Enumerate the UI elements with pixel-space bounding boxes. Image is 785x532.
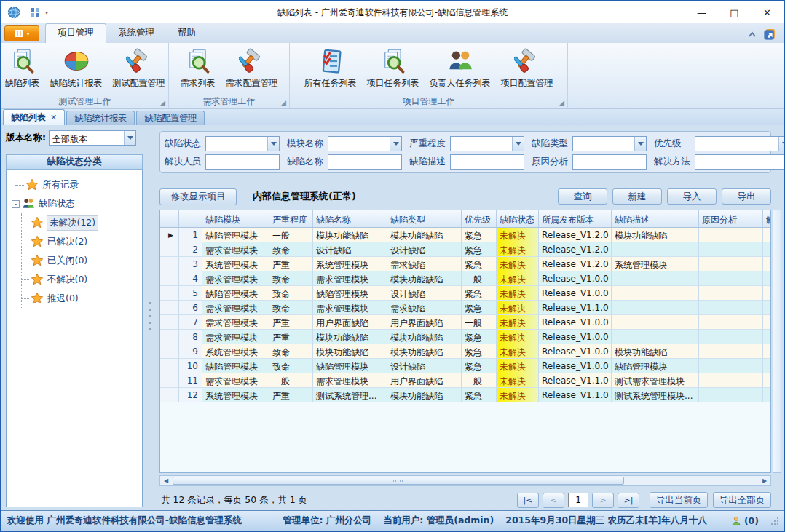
quick-access-caret-icon[interactable]: ▾: [45, 9, 48, 16]
table-row[interactable]: 6 需求管理模块 致命 需求管理模块 需求缺陷 紧急 未解决 Release_V…: [160, 301, 770, 315]
all-tasks-button[interactable]: 所有任务列表: [299, 46, 362, 92]
module-name-filter[interactable]: [328, 136, 402, 151]
column-header[interactable]: 缺陷状态: [497, 210, 539, 227]
version-select[interactable]: 全部版本: [49, 130, 136, 146]
last-page-button[interactable]: >|: [618, 493, 639, 508]
chevron-down-icon[interactable]: [778, 137, 785, 151]
tab-help[interactable]: 帮助: [166, 24, 208, 43]
cell-description: 系统管理模块: [612, 257, 699, 271]
table-row[interactable]: 11 需求管理模块 一般 需求管理模块 用户界面缺陷 一般 未解决 Releas…: [160, 373, 770, 388]
table-row[interactable]: 12 系统管理模块 严重 测试系统管理... 模块功能缺陷 紧急 未解决 Rel…: [160, 388, 770, 402]
defect-list-button[interactable]: 缺陷列表: [0, 46, 45, 92]
horizontal-scrollbar[interactable]: ◀ ▶: [159, 475, 771, 486]
tree-item-resolved[interactable]: 已解决(2): [22, 232, 141, 251]
defect-desc-filter-input[interactable]: [450, 154, 524, 170]
app-logo-globe-icon: [7, 6, 20, 19]
tree-item-postponed[interactable]: 推迟(0): [22, 289, 141, 308]
doc-tab-defect-list[interactable]: 缺陷列表 ✕: [3, 109, 65, 125]
doc-tab-defect-stats[interactable]: 缺陷统计报表: [66, 111, 135, 125]
column-header[interactable]: 缺陷名称: [313, 210, 387, 227]
scroll-left-icon[interactable]: ◀: [160, 476, 172, 485]
page-number-input[interactable]: [568, 493, 588, 507]
prev-page-button[interactable]: <: [543, 493, 564, 508]
cause-analysis-filter-input[interactable]: [572, 154, 647, 170]
tree-collapse-icon[interactable]: -: [12, 200, 20, 208]
style-switch-icon[interactable]: [764, 28, 776, 40]
chevron-down-icon[interactable]: [512, 137, 524, 151]
column-header[interactable]: 严重程度: [269, 210, 313, 227]
collapse-ribbon-chevron-icon[interactable]: [748, 31, 757, 37]
tree-item-unresolved[interactable]: 未解决(12): [22, 213, 141, 232]
sidebar-splitter[interactable]: [147, 125, 154, 510]
column-header[interactable]: 原因分析: [699, 210, 763, 227]
export-all-pages-button[interactable]: 导出全部页: [713, 492, 771, 508]
scrollbar-thumb[interactable]: [173, 477, 624, 485]
project-tasks-button[interactable]: 项目任务列表: [362, 46, 425, 92]
dialog-launcher-icon[interactable]: ◢: [559, 100, 564, 106]
column-header[interactable]: 优先级: [462, 210, 497, 227]
defect-type-filter[interactable]: [572, 136, 647, 151]
table-row[interactable]: 3 系统管理模块 严重 系统管理模块 需求缺陷 紧急 未解决 Release_V…: [160, 257, 770, 271]
column-header[interactable]: 缺陷类型: [387, 210, 462, 227]
tab-project-management[interactable]: 项目管理: [45, 23, 106, 43]
new-button[interactable]: 新建: [612, 188, 662, 205]
close-tab-icon[interactable]: ✕: [50, 113, 57, 122]
import-button[interactable]: 导入: [667, 188, 717, 205]
column-header[interactable]: 所属发布版本: [539, 210, 612, 227]
test-config-button[interactable]: 测试配置管理: [108, 46, 170, 92]
quick-access-icon[interactable]: [30, 7, 41, 17]
chevron-down-icon[interactable]: [390, 137, 401, 151]
column-header[interactable]: 缺陷描述: [612, 210, 699, 227]
table-row[interactable]: 7 需求管理模块 严重 用户界面缺陷 用户界面缺陷 一般 未解决 Release…: [160, 315, 770, 330]
priority-filter[interactable]: [695, 136, 785, 151]
chevron-down-icon[interactable]: [267, 137, 279, 151]
modify-display-button[interactable]: 修改显示项目: [159, 188, 237, 205]
requirement-list-button[interactable]: 需求列表: [175, 46, 221, 92]
vertical-scrollbar[interactable]: [773, 210, 781, 473]
doc-tab-defect-config[interactable]: 缺陷配置管理: [136, 111, 205, 125]
export-current-page-button[interactable]: 导出当前页: [650, 492, 708, 508]
defect-status-filter[interactable]: [205, 136, 280, 151]
column-header[interactable]: 解决方法: [763, 210, 770, 227]
table-row[interactable]: 9 系统管理模块 致命 模块功能缺陷 模块功能缺陷 紧急 未解决 Release…: [160, 344, 770, 359]
resize-grip-icon[interactable]: [770, 517, 779, 525]
table-row[interactable]: 4 需求管理模块 致命 需求管理模块 模块功能缺陷 一般 未解决 Release…: [160, 271, 770, 286]
column-header[interactable]: 缺陷模块: [202, 210, 269, 227]
defect-name-filter-input[interactable]: [328, 154, 402, 170]
minimize-button[interactable]: —: [685, 2, 718, 23]
dialog-launcher-icon[interactable]: ◢: [160, 100, 165, 106]
table-row[interactable]: 8 需求管理模块 严重 模块功能缺陷 模块功能缺陷 紧急 未解决 Release…: [160, 330, 770, 344]
cell-module: 系统管理模块: [202, 388, 269, 402]
tab-system-management[interactable]: 系统管理: [106, 24, 166, 43]
chevron-down-icon[interactable]: [634, 137, 646, 151]
severity-filter[interactable]: [450, 136, 524, 151]
tree-item-wont-fix[interactable]: 不解决(0): [22, 270, 141, 289]
owner-tasks-button[interactable]: 负责人任务列表: [425, 46, 496, 92]
resolver-filter-input[interactable]: [205, 154, 280, 170]
tree-item-all-records[interactable]: 所有记录: [11, 175, 141, 194]
table-row[interactable]: 10 缺陷管理模块 致命 缺陷管理模块 设计缺陷 紧急 未解决 Release_…: [160, 359, 770, 373]
tree-item-closed[interactable]: 已关闭(0): [22, 251, 141, 270]
chevron-down-icon[interactable]: [124, 131, 135, 145]
first-page-button[interactable]: |<: [517, 493, 539, 508]
close-button[interactable]: ✕: [751, 2, 784, 23]
cell-severity: 致命: [269, 344, 313, 359]
project-config-button[interactable]: 项目配置管理: [496, 46, 559, 92]
table-row[interactable]: 5 缺陷管理模块 致命 缺陷管理模块 设计缺陷 紧急 未解决 Release_V…: [160, 286, 770, 301]
online-users-indicator[interactable]: (0): [731, 515, 759, 526]
table-row[interactable]: ▶ 1 缺陷管理模块 一般 模块功能缺陷 模块功能缺陷 紧急 未解决 Relea…: [160, 228, 770, 242]
tree-item-defect-status[interactable]: - 缺陷状态: [11, 194, 141, 213]
requirement-config-button[interactable]: 需求配置管理: [221, 46, 283, 92]
defect-stats-button[interactable]: 缺陷统计报表: [45, 46, 108, 92]
table-row[interactable]: 2 需求管理模块 致命 设计缺陷 设计缺陷 紧急 未解决 Release_V1.…: [160, 242, 770, 257]
export-button[interactable]: 导出: [722, 188, 771, 205]
query-button[interactable]: 查询: [558, 188, 607, 205]
dialog-launcher-icon[interactable]: ◢: [281, 100, 286, 106]
maximize-button[interactable]: □: [718, 2, 751, 23]
cell-solution: [763, 344, 770, 359]
app-menu-button[interactable]: ▾: [4, 25, 39, 41]
table-header: 缺陷模块 严重程度 缺陷名称 缺陷类型 优先级 缺陷状态 所属发布版本 缺陷描述…: [160, 210, 770, 228]
scroll-right-icon[interactable]: ▶: [759, 476, 770, 485]
solution-filter-input[interactable]: [695, 154, 785, 170]
next-page-button[interactable]: >: [592, 493, 614, 508]
